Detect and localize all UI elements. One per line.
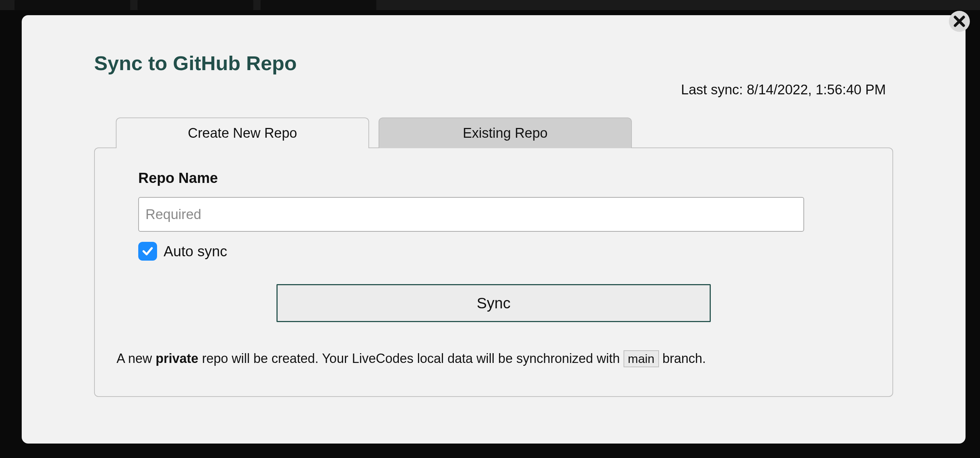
check-icon: [142, 245, 154, 257]
repo-name-label: Repo Name: [138, 170, 849, 186]
tab-container: Create New Repo Existing Repo Repo Name …: [94, 117, 893, 397]
info-suffix: branch.: [659, 351, 706, 366]
auto-sync-label: Auto sync: [164, 243, 227, 260]
info-text: A new private repo will be created. Your…: [116, 350, 849, 367]
toolbar-segment: [137, 0, 253, 10]
last-sync-timestamp: 8/14/2022, 1:56:40 PM: [746, 82, 886, 97]
info-prefix: A new: [116, 351, 156, 366]
close-button[interactable]: [949, 11, 970, 32]
last-sync-text: Last sync: 8/14/2022, 1:56:40 PM: [94, 82, 893, 98]
branch-tag: main: [624, 350, 659, 367]
top-toolbar: [0, 0, 980, 10]
auto-sync-row: Auto sync: [138, 242, 849, 261]
info-private-word: private: [156, 351, 198, 366]
repo-name-input[interactable]: [138, 197, 804, 232]
toolbar-segment: [14, 0, 130, 10]
tab-existing-repo[interactable]: Existing Repo: [379, 117, 632, 148]
sync-modal: Sync to GitHub Repo Last sync: 8/14/2022…: [22, 15, 966, 444]
auto-sync-checkbox[interactable]: [138, 242, 157, 261]
tab-create-new-repo[interactable]: Create New Repo: [116, 117, 369, 148]
info-mid: repo will be created. Your LiveCodes loc…: [198, 351, 624, 366]
toolbar-segment: [261, 0, 376, 10]
modal-title: Sync to GitHub Repo: [94, 51, 893, 75]
last-sync-prefix: Last sync:: [681, 82, 747, 97]
tab-panel-create: Repo Name Auto sync Sync A new private r…: [94, 147, 893, 397]
sync-button[interactable]: Sync: [277, 284, 711, 322]
tab-row: Create New Repo Existing Repo: [116, 117, 893, 148]
close-icon: [952, 14, 967, 29]
